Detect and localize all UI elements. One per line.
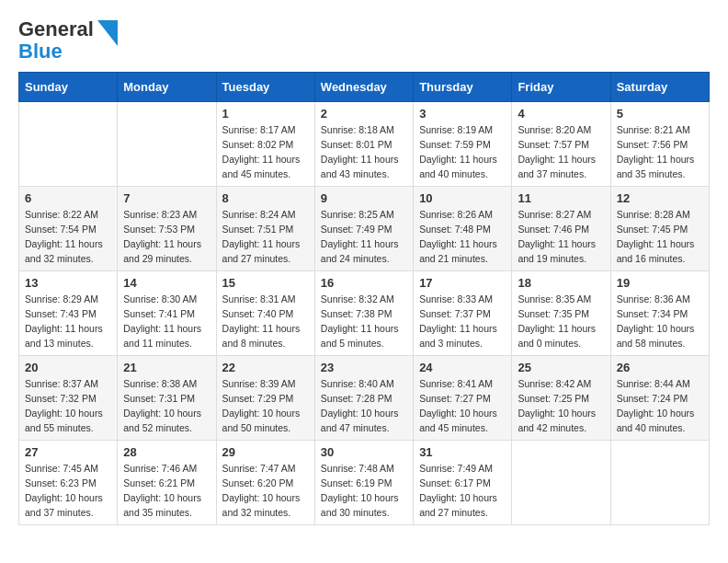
calendar-cell: 3Sunrise: 8:19 AMSunset: 7:59 PMDaylight… (414, 102, 512, 187)
day-number: 13 (25, 276, 111, 290)
day-info: Sunrise: 8:24 AMSunset: 7:51 PMDaylight:… (222, 208, 309, 266)
day-info: Sunrise: 7:47 AMSunset: 6:20 PMDaylight:… (222, 462, 309, 520)
day-info: Sunrise: 8:32 AMSunset: 7:38 PMDaylight:… (321, 293, 407, 350)
page-header: General Blue (18, 18, 710, 63)
day-info: Sunrise: 8:36 AMSunset: 7:34 PMDaylight:… (617, 293, 703, 350)
calendar-cell: 13Sunrise: 8:29 AMSunset: 7:43 PMDayligh… (19, 271, 118, 356)
day-number: 5 (617, 107, 703, 121)
day-number: 12 (617, 191, 703, 205)
logo-triangle-icon (97, 20, 118, 46)
day-number: 23 (321, 361, 407, 374)
weekday-header-wednesday: Wednesday (314, 73, 413, 102)
day-info: Sunrise: 8:44 AMSunset: 7:24 PMDaylight:… (617, 377, 703, 435)
day-info: Sunrise: 8:37 AMSunset: 7:32 PMDaylight:… (25, 377, 111, 435)
day-info: Sunrise: 8:22 AMSunset: 7:54 PMDaylight:… (25, 208, 111, 266)
day-number: 31 (419, 445, 506, 459)
calendar-cell: 17Sunrise: 8:33 AMSunset: 7:37 PMDayligh… (414, 271, 512, 356)
day-info: Sunrise: 8:19 AMSunset: 7:59 PMDaylight:… (419, 123, 506, 181)
week-row-5: 27Sunrise: 7:45 AMSunset: 6:23 PMDayligh… (19, 441, 710, 525)
day-info: Sunrise: 7:48 AMSunset: 6:19 PMDaylight:… (321, 462, 407, 520)
calendar-cell: 30Sunrise: 7:48 AMSunset: 6:19 PMDayligh… (314, 441, 413, 525)
day-info: Sunrise: 8:30 AMSunset: 7:41 PMDaylight:… (123, 293, 210, 350)
calendar-cell: 9Sunrise: 8:25 AMSunset: 7:49 PMDaylight… (314, 187, 413, 271)
day-number: 27 (25, 445, 111, 459)
calendar-cell: 26Sunrise: 8:44 AMSunset: 7:24 PMDayligh… (610, 356, 709, 441)
calendar-cell: 12Sunrise: 8:28 AMSunset: 7:45 PMDayligh… (610, 187, 709, 271)
day-number: 15 (222, 276, 309, 290)
calendar-cell (19, 102, 118, 187)
day-number: 24 (419, 361, 506, 374)
calendar-cell: 1Sunrise: 8:17 AMSunset: 8:02 PMDaylight… (216, 102, 314, 187)
day-number: 14 (123, 276, 210, 290)
calendar-cell: 14Sunrise: 8:30 AMSunset: 7:41 PMDayligh… (118, 271, 216, 356)
day-number: 7 (123, 191, 210, 205)
day-number: 3 (419, 107, 506, 121)
day-number: 19 (617, 276, 703, 290)
calendar-cell (118, 102, 216, 187)
calendar-cell: 28Sunrise: 7:46 AMSunset: 6:21 PMDayligh… (118, 441, 216, 525)
weekday-header-friday: Friday (512, 73, 610, 102)
day-info: Sunrise: 7:49 AMSunset: 6:17 PMDaylight:… (419, 462, 506, 520)
calendar-cell (512, 441, 610, 525)
day-info: Sunrise: 8:21 AMSunset: 7:56 PMDaylight:… (617, 123, 703, 181)
calendar-cell: 8Sunrise: 8:24 AMSunset: 7:51 PMDaylight… (216, 187, 314, 271)
day-number: 25 (518, 361, 604, 374)
day-info: Sunrise: 8:25 AMSunset: 7:49 PMDaylight:… (321, 208, 407, 266)
day-info: Sunrise: 8:20 AMSunset: 7:57 PMDaylight:… (518, 123, 604, 181)
calendar-cell: 29Sunrise: 7:47 AMSunset: 6:20 PMDayligh… (216, 441, 314, 525)
day-number: 21 (123, 361, 210, 374)
weekday-header-row: SundayMondayTuesdayWednesdayThursdayFrid… (19, 73, 710, 102)
day-info: Sunrise: 8:33 AMSunset: 7:37 PMDaylight:… (419, 293, 506, 350)
day-number: 16 (321, 276, 407, 290)
calendar-cell: 2Sunrise: 8:18 AMSunset: 8:01 PMDaylight… (314, 102, 413, 187)
day-number: 30 (321, 445, 407, 459)
calendar-cell: 6Sunrise: 8:22 AMSunset: 7:54 PMDaylight… (19, 187, 118, 271)
calendar-cell: 31Sunrise: 7:49 AMSunset: 6:17 PMDayligh… (414, 441, 512, 525)
calendar-cell: 21Sunrise: 8:38 AMSunset: 7:31 PMDayligh… (118, 356, 216, 441)
day-info: Sunrise: 7:45 AMSunset: 6:23 PMDaylight:… (25, 462, 111, 520)
calendar-cell: 16Sunrise: 8:32 AMSunset: 7:38 PMDayligh… (314, 271, 413, 356)
day-info: Sunrise: 8:38 AMSunset: 7:31 PMDaylight:… (123, 377, 210, 435)
day-number: 18 (518, 276, 604, 290)
week-row-1: 1Sunrise: 8:17 AMSunset: 8:02 PMDaylight… (19, 102, 710, 187)
calendar-table: SundayMondayTuesdayWednesdayThursdayFrid… (18, 72, 710, 525)
day-number: 28 (123, 445, 210, 459)
day-info: Sunrise: 8:35 AMSunset: 7:35 PMDaylight:… (518, 293, 604, 350)
logo: General Blue (18, 18, 118, 63)
day-info: Sunrise: 8:28 AMSunset: 7:45 PMDaylight:… (617, 208, 703, 266)
day-number: 6 (25, 191, 111, 205)
calendar-cell: 24Sunrise: 8:41 AMSunset: 7:27 PMDayligh… (414, 356, 512, 441)
day-info: Sunrise: 8:41 AMSunset: 7:27 PMDaylight:… (419, 377, 506, 435)
day-number: 26 (617, 361, 703, 374)
day-number: 9 (321, 191, 407, 205)
calendar-cell: 15Sunrise: 8:31 AMSunset: 7:40 PMDayligh… (216, 271, 314, 356)
calendar-cell: 10Sunrise: 8:26 AMSunset: 7:48 PMDayligh… (414, 187, 512, 271)
logo-general: General (18, 17, 94, 40)
day-info: Sunrise: 8:18 AMSunset: 8:01 PMDaylight:… (321, 123, 407, 181)
day-number: 8 (222, 191, 309, 205)
svg-marker-0 (97, 20, 118, 46)
day-info: Sunrise: 8:39 AMSunset: 7:29 PMDaylight:… (222, 377, 309, 435)
calendar-cell (610, 441, 709, 525)
week-row-4: 20Sunrise: 8:37 AMSunset: 7:32 PMDayligh… (19, 356, 710, 441)
day-info: Sunrise: 8:23 AMSunset: 7:53 PMDaylight:… (123, 208, 210, 266)
day-number: 11 (518, 191, 604, 205)
week-row-3: 13Sunrise: 8:29 AMSunset: 7:43 PMDayligh… (19, 271, 710, 356)
calendar-cell: 19Sunrise: 8:36 AMSunset: 7:34 PMDayligh… (610, 271, 709, 356)
weekday-header-monday: Monday (118, 73, 216, 102)
calendar-cell: 25Sunrise: 8:42 AMSunset: 7:25 PMDayligh… (512, 356, 610, 441)
day-info: Sunrise: 8:40 AMSunset: 7:28 PMDaylight:… (321, 377, 407, 435)
day-info: Sunrise: 8:31 AMSunset: 7:40 PMDaylight:… (222, 293, 309, 350)
day-number: 4 (518, 107, 604, 121)
day-number: 2 (321, 107, 407, 121)
calendar-cell: 23Sunrise: 8:40 AMSunset: 7:28 PMDayligh… (314, 356, 413, 441)
day-number: 17 (419, 276, 506, 290)
day-number: 20 (25, 361, 111, 374)
calendar-cell: 11Sunrise: 8:27 AMSunset: 7:46 PMDayligh… (512, 187, 610, 271)
day-info: Sunrise: 8:26 AMSunset: 7:48 PMDaylight:… (419, 208, 506, 266)
day-info: Sunrise: 8:42 AMSunset: 7:25 PMDaylight:… (518, 377, 604, 435)
day-info: Sunrise: 8:29 AMSunset: 7:43 PMDaylight:… (25, 293, 111, 350)
day-number: 10 (419, 191, 506, 205)
day-number: 29 (222, 445, 309, 459)
logo-blue: Blue (18, 40, 63, 63)
